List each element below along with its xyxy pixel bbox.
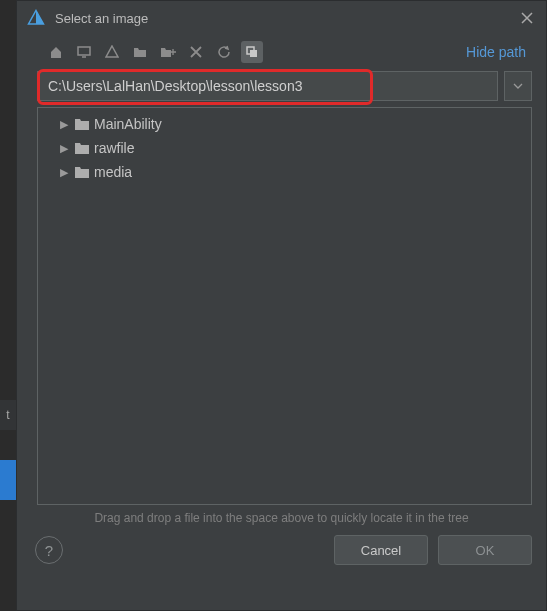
chevron-right-icon: ▶ bbox=[58, 166, 70, 179]
cancel-button[interactable]: Cancel bbox=[334, 535, 428, 565]
project-icon[interactable] bbox=[101, 41, 123, 63]
select-image-dialog: Select an image bbox=[16, 0, 547, 611]
tree-item-label: rawfile bbox=[94, 140, 134, 156]
background-selection-stub bbox=[0, 460, 16, 500]
toolbar: Hide path bbox=[17, 35, 546, 69]
footer: ? Cancel OK bbox=[17, 525, 546, 565]
dialog-title: Select an image bbox=[55, 11, 516, 26]
drop-hint: Drag and drop a file into the space abov… bbox=[17, 511, 546, 525]
svg-rect-2 bbox=[250, 50, 257, 57]
titlebar: Select an image bbox=[17, 1, 546, 35]
tree-item-label: MainAbility bbox=[94, 116, 162, 132]
file-tree[interactable]: ▶ MainAbility ▶ rawfile ▶ media bbox=[37, 107, 532, 505]
tree-item[interactable]: ▶ rawfile bbox=[38, 136, 531, 160]
tree-item-label: media bbox=[94, 164, 132, 180]
help-button[interactable]: ? bbox=[35, 536, 63, 564]
home-icon[interactable] bbox=[45, 41, 67, 63]
svg-rect-0 bbox=[78, 47, 90, 55]
delete-icon[interactable] bbox=[185, 41, 207, 63]
chevron-right-icon: ▶ bbox=[58, 142, 70, 155]
tree-item[interactable]: ▶ media bbox=[38, 160, 531, 184]
close-button[interactable] bbox=[516, 7, 538, 29]
ok-button[interactable]: OK bbox=[438, 535, 532, 565]
refresh-icon[interactable] bbox=[213, 41, 235, 63]
path-input[interactable] bbox=[37, 71, 498, 101]
path-history-dropdown[interactable] bbox=[504, 71, 532, 101]
chevron-right-icon: ▶ bbox=[58, 118, 70, 131]
folder-icon bbox=[74, 165, 90, 179]
close-icon bbox=[521, 12, 533, 24]
hide-path-link[interactable]: Hide path bbox=[466, 44, 532, 60]
new-folder-icon[interactable] bbox=[157, 41, 179, 63]
folder-icon-tb[interactable] bbox=[129, 41, 151, 63]
tree-item[interactable]: ▶ MainAbility bbox=[38, 112, 531, 136]
background-label-stub: t bbox=[0, 400, 16, 430]
folder-icon bbox=[74, 117, 90, 131]
app-logo-icon bbox=[27, 9, 45, 27]
desktop-icon[interactable] bbox=[73, 41, 95, 63]
path-row bbox=[37, 71, 532, 101]
show-hidden-icon[interactable] bbox=[241, 41, 263, 63]
folder-icon bbox=[74, 141, 90, 155]
chevron-down-icon bbox=[513, 83, 523, 89]
